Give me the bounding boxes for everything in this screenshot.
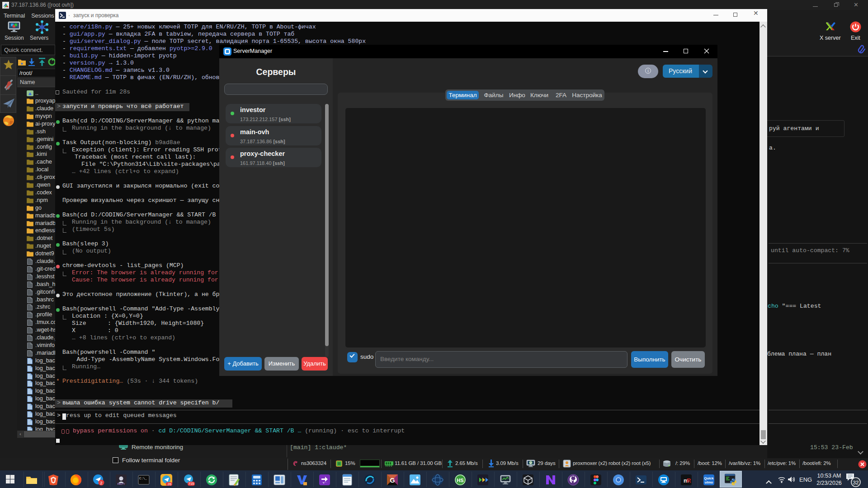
svg-text:715: 715 <box>189 482 194 486</box>
svg-text:C:\_: C:\_ <box>139 477 147 480</box>
svg-text:.26: .26 <box>167 483 171 486</box>
svg-text:HS: HS <box>457 478 463 483</box>
svg-text:R: R <box>687 477 691 484</box>
svg-text:32: 32 <box>853 480 859 485</box>
svg-text:G: G <box>390 477 395 484</box>
svg-text:2: 2 <box>100 480 102 485</box>
svg-text:utmo: utmo <box>705 480 713 484</box>
svg-text:Quick: Quick <box>704 476 714 480</box>
svg-text:FRUTY: FRUTY <box>118 483 125 485</box>
